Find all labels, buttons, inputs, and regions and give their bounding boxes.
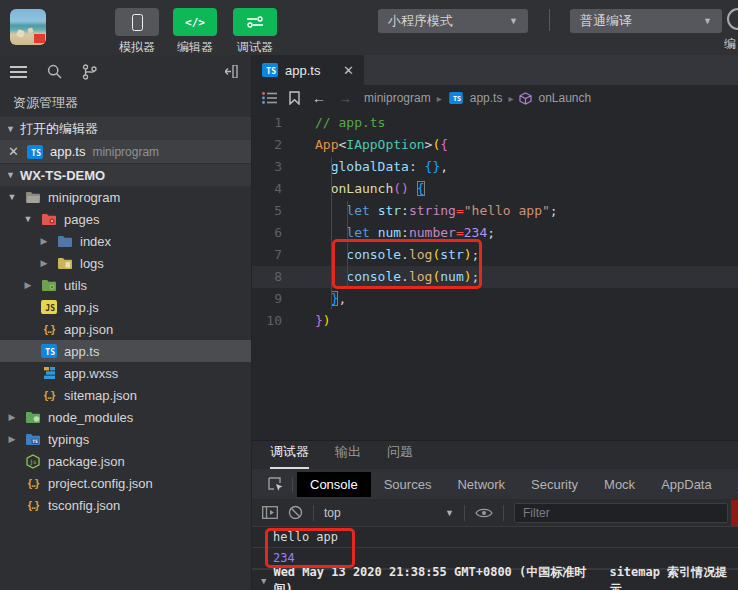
tree-item-label: index (80, 234, 111, 249)
explorer-list-icon[interactable] (10, 65, 27, 79)
compile-circle-button[interactable] (727, 8, 738, 30)
line-number: 5 (252, 200, 296, 222)
breadcrumb-file[interactable]: app.ts (470, 91, 503, 105)
tree-item-label: tsconfig.json (48, 498, 120, 513)
editor-label: 编辑器 (173, 39, 217, 56)
caret-right-icon: ▶ (6, 412, 18, 422)
bookmark-icon[interactable] (289, 91, 300, 105)
sidebar-icon-bar (0, 55, 251, 88)
console-sidebar-icon[interactable] (262, 506, 278, 519)
code-line-3[interactable]: 3 globalData: {}, (252, 156, 738, 178)
compile-select[interactable]: 普通编译 ▼ (570, 9, 722, 33)
code-line-2[interactable]: 2App<IAppOption>({ (252, 134, 738, 156)
tree-item-sitemap-json[interactable]: {..}sitemap.json (0, 384, 251, 406)
devtools-tabbar: ConsoleSourcesNetworkSecurityMockAppData… (252, 469, 738, 499)
clear-console-icon[interactable] (288, 505, 303, 520)
expand-triangle-icon[interactable]: ▼ (261, 576, 266, 586)
tree-item-miniprogram[interactable]: ▼ miniprogram (0, 186, 251, 208)
simulator-button[interactable]: 模拟器 (115, 8, 159, 56)
devtools-tab-security[interactable]: Security (518, 472, 591, 497)
devtools-tab-sources[interactable]: Sources (371, 472, 445, 497)
filter-input[interactable] (514, 503, 728, 523)
open-editor-path: miniprogram (92, 145, 159, 159)
project-root-header[interactable]: ▼ WX-TS-DEMO (0, 164, 251, 186)
devtools-tab-appdata[interactable]: AppData (648, 472, 725, 497)
code-line-10[interactable]: 10}) (252, 310, 738, 332)
console-log-date-row[interactable]: ▼ Wed May 13 2020 21:38:55 GMT+0800 (中国标… (252, 569, 738, 590)
breadcrumb-folder[interactable]: miniprogram (364, 91, 431, 105)
avatar[interactable] (10, 9, 46, 45)
outline-list-icon[interactable] (262, 92, 277, 104)
tree-item-app-js[interactable]: JSapp.js (0, 296, 251, 318)
panel-tab-0[interactable]: 调试器 (270, 443, 309, 469)
code-line-9[interactable]: 9 }, (252, 288, 738, 310)
back-arrow-icon[interactable]: ← (312, 90, 326, 106)
tree-item-label: project.config.json (48, 476, 153, 491)
tree-item-typings[interactable]: ▶ TStypings (0, 428, 251, 450)
debug-panel: 调试器输出问题 ConsoleSourcesNetworkSecurityMoc… (252, 440, 738, 590)
code-line-7[interactable]: 7 console.log(str); (252, 244, 738, 266)
line-number: 4 (252, 178, 296, 200)
ts-file-icon: TS (27, 145, 43, 159)
svg-text:TS: TS (32, 439, 38, 444)
collapse-sidebar-icon[interactable] (225, 65, 241, 78)
panel-tab-1[interactable]: 输出 (335, 443, 361, 469)
tree-item-app-wxss[interactable]: app.wxss (0, 362, 251, 384)
annotation-red-box-code (332, 239, 482, 289)
caret-right-icon: ▶ (22, 280, 34, 290)
panel-tab-2[interactable]: 问题 (387, 443, 413, 469)
tree-item-package-json[interactable]: jspackage.json (0, 450, 251, 472)
tree-item-app-ts[interactable]: TSapp.ts (0, 340, 251, 362)
tree-item-logs[interactable]: ▶ logs (0, 252, 251, 274)
tree-item-app-json[interactable]: {..}app.json (0, 318, 251, 340)
editor-column: TS app.ts ✕ ← → miniprogram ▸ TS app.ts … (252, 55, 738, 590)
code-line-5[interactable]: 5 let str:string="hello app"; (252, 200, 738, 222)
phone-icon (132, 14, 143, 31)
sidebar: 资源管理器 ▼ 打开的编辑器 ✕ TS app.ts miniprogram ▼… (0, 55, 252, 590)
chevron-right-icon: ▸ (437, 93, 442, 104)
chevron-right-icon: ▸ (508, 93, 513, 104)
tree-item-utils[interactable]: ▶ utils (0, 274, 251, 296)
tree-item-index[interactable]: ▶ index (0, 230, 251, 252)
caret-down-icon: ▼ (6, 124, 15, 134)
devtools-tabs: ConsoleSourcesNetworkSecurityMockAppData… (297, 472, 738, 497)
caret-down-icon: ▼ (6, 170, 15, 180)
code-editor[interactable]: 1// app.ts2App<IAppOption>({3 globalData… (252, 111, 738, 440)
editor-tabstrip: TS app.ts ✕ (252, 55, 738, 85)
breadcrumb-symbol[interactable]: onLaunch (538, 91, 591, 105)
devtools-tab-network[interactable]: Network (444, 472, 518, 497)
debugger-label: 调试器 (233, 39, 277, 56)
code-lines: 1// app.ts2App<IAppOption>({3 globalData… (252, 112, 738, 332)
context-select[interactable]: top ▼ (324, 506, 454, 520)
tree-item-node-modules[interactable]: ▶ node_modules (0, 406, 251, 428)
forward-arrow-icon[interactable]: → (338, 90, 352, 106)
code-line-4[interactable]: 4 onLaunch() { (252, 178, 738, 200)
open-editors-header[interactable]: ▼ 打开的编辑器 (0, 118, 251, 140)
console-toolbar: top ▼ (252, 499, 738, 527)
tree-item-project-config-json[interactable]: {..}project.config.json (0, 472, 251, 494)
code-line-6[interactable]: 6 let num:number=234; (252, 222, 738, 244)
tab-app-ts[interactable]: TS app.ts ✕ (252, 55, 364, 85)
eye-icon[interactable] (475, 507, 493, 519)
mode-select[interactable]: 小程序模式 ▼ (378, 9, 528, 33)
devtools-tab-mock[interactable]: Mock (591, 472, 648, 497)
open-editor-item[interactable]: ✕ TS app.ts miniprogram (0, 140, 251, 163)
editor-button[interactable]: </> 编辑器 (173, 8, 217, 56)
tree-item-tsconfig-json[interactable]: {..}tsconfig.json (0, 494, 251, 516)
code-line-1[interactable]: 1// app.ts (252, 112, 738, 134)
devtools-tab-console[interactable]: Console (297, 472, 371, 497)
debugger-button[interactable]: 调试器 (233, 8, 277, 56)
context-select-value: top (324, 506, 341, 520)
code-line-8[interactable]: 8 console.log(num); (252, 266, 738, 288)
search-icon[interactable] (47, 64, 62, 79)
tree-item-pages[interactable]: ▼ pages (0, 208, 251, 230)
git-branch-icon[interactable] (82, 64, 97, 80)
annotation-red-box-console (265, 528, 355, 568)
caret-right-icon: ▶ (38, 236, 50, 246)
close-icon[interactable]: ✕ (8, 144, 20, 159)
toolbar-separator (313, 505, 314, 521)
inspect-element-icon[interactable] (268, 477, 284, 492)
devtools-tab-audits[interactable]: Audits (725, 472, 738, 497)
close-tab-icon[interactable]: ✕ (343, 63, 354, 78)
caret-down-icon: ▼ (6, 192, 18, 202)
